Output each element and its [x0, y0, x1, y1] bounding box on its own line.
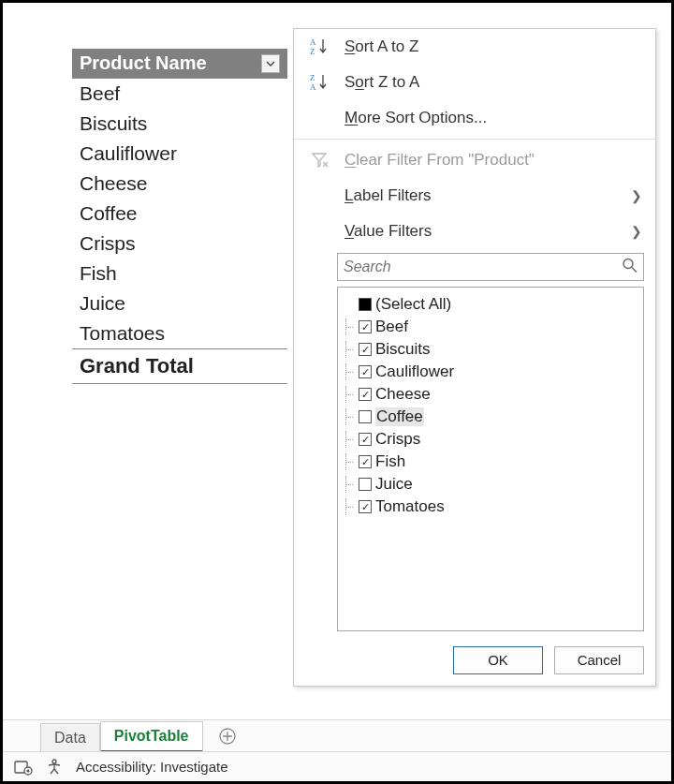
select-all-label: (Select All) — [375, 295, 451, 314]
filter-item-label: Crisps — [375, 430, 420, 449]
pivot-row[interactable]: Beef — [72, 79, 287, 109]
filter-item-label: Biscuits — [375, 340, 431, 359]
pivot-dropdown-button[interactable] — [261, 54, 280, 73]
filter-item-checkbox[interactable] — [359, 478, 372, 491]
svg-point-8 — [26, 769, 29, 772]
sort-az-icon: A Z — [309, 37, 331, 56]
chevron-down-icon — [266, 59, 275, 68]
sort-za-item[interactable]: Z A Sort Z to A — [294, 65, 655, 100]
filter-item[interactable]: Fish — [345, 451, 636, 473]
sheet-tab-row: Data PivotTable — [3, 719, 671, 751]
filter-item-label: Fish — [375, 452, 405, 471]
clear-filter-item: Clear Filter From "Product" — [294, 142, 655, 178]
filter-item[interactable]: Coffee — [345, 406, 636, 428]
tab-data[interactable]: Data — [40, 723, 100, 752]
sort-az-item[interactable]: A Z Sort A to Z — [294, 29, 655, 65]
pivot-row[interactable]: Cauliflower — [72, 139, 287, 169]
sort-za-icon: Z A — [309, 73, 331, 92]
search-input[interactable] — [337, 253, 644, 281]
new-sheet-button[interactable] — [212, 721, 242, 751]
label-filters-label: Label Filters — [344, 186, 432, 205]
filter-item[interactable]: Cauliflower — [345, 361, 636, 383]
filter-item[interactable]: Biscuits — [345, 338, 636, 361]
pivot-row[interactable]: Biscuits — [72, 109, 287, 139]
value-filters-label: Value Filters — [344, 222, 432, 241]
record-macro-icon[interactable] — [14, 759, 33, 776]
filter-item-checkbox[interactable] — [359, 433, 372, 446]
filter-item[interactable]: Crisps — [345, 428, 636, 451]
more-sort-label: More Sort Options... — [344, 109, 487, 127]
svg-text:A: A — [310, 82, 316, 92]
svg-point-4 — [623, 259, 633, 269]
ok-button[interactable]: OK — [453, 646, 543, 674]
tab-pivottable[interactable]: PivotTable — [100, 721, 203, 752]
clear-filter-icon — [309, 152, 331, 169]
accessibility-status-label[interactable]: Accessibility: Investigate — [76, 759, 228, 775]
app-frame: Product Name BeefBiscuitsCauliflowerChee… — [0, 0, 674, 784]
filter-item-checkbox[interactable] — [359, 500, 372, 513]
select-all-checkbox[interactable] — [359, 298, 372, 311]
filter-item-label: Beef — [375, 318, 408, 336]
pivot-column: Product Name BeefBiscuitsCauliflowerChee… — [72, 49, 287, 384]
filter-item-label: Cauliflower — [375, 362, 454, 381]
filter-item-checkbox[interactable] — [359, 320, 372, 333]
svg-point-9 — [52, 760, 56, 763]
svg-text:Z: Z — [310, 47, 315, 56]
plus-circle-icon — [218, 727, 237, 746]
pivot-header[interactable]: Product Name — [72, 49, 287, 79]
filter-item-label: Coffee — [375, 407, 424, 426]
label-filters-item[interactable]: Label Filters ❯ — [294, 178, 655, 214]
button-row: OK Cancel — [294, 641, 655, 678]
clear-filter-label: Clear Filter From "Product" — [344, 151, 535, 170]
pivot-row[interactable]: Juice — [72, 288, 287, 318]
filter-item-label: Cheese — [375, 385, 431, 404]
search-wrap — [337, 253, 644, 281]
value-filters-item[interactable]: Value Filters ❯ — [294, 214, 655, 249]
filter-item-label: Juice — [375, 475, 413, 494]
pivot-row[interactable]: Tomatoes — [72, 318, 287, 348]
pivot-row[interactable]: Crisps — [72, 229, 287, 259]
pivot-grand-total: Grand Total — [72, 348, 287, 384]
filter-item-label: Tomatoes — [375, 497, 445, 516]
filter-item[interactable]: Juice — [345, 473, 636, 496]
svg-text:A: A — [310, 37, 316, 47]
sort-az-label: Sort A to Z — [344, 37, 418, 56]
filter-item-checkbox[interactable] — [359, 388, 372, 401]
filter-item[interactable]: Beef — [345, 316, 636, 338]
filter-item-checkbox[interactable] — [359, 343, 372, 356]
chevron-right-icon: ❯ — [631, 224, 642, 239]
cancel-button[interactable]: Cancel — [554, 646, 644, 674]
filter-item[interactable]: Cheese — [345, 383, 636, 406]
filter-listbox[interactable]: (Select All) BeefBiscuitsCauliflowerChee… — [337, 287, 644, 631]
svg-text:Z: Z — [310, 73, 315, 82]
pivot-row[interactable]: Cheese — [72, 169, 287, 199]
status-bar: Accessibility: Investigate — [3, 751, 671, 781]
select-all-row[interactable]: (Select All) — [345, 293, 636, 316]
accessibility-icon[interactable] — [46, 759, 63, 776]
sort-za-label: Sort Z to A — [344, 73, 419, 92]
chevron-right-icon: ❯ — [631, 188, 642, 203]
pivot-header-label: Product Name — [80, 52, 207, 74]
filter-item[interactable]: Tomatoes — [345, 496, 636, 518]
pivot-row[interactable]: Coffee — [72, 199, 287, 229]
filter-menu: A Z Sort A to Z Z A Sort Z to A More Sor… — [293, 28, 656, 687]
menu-separator — [294, 139, 655, 140]
pivot-row[interactable]: Fish — [72, 259, 287, 288]
filter-item-checkbox[interactable] — [359, 455, 372, 468]
filter-item-checkbox[interactable] — [359, 410, 372, 423]
more-sort-item[interactable]: More Sort Options... — [294, 100, 655, 136]
search-icon — [622, 258, 638, 277]
filter-item-checkbox[interactable] — [359, 365, 372, 378]
